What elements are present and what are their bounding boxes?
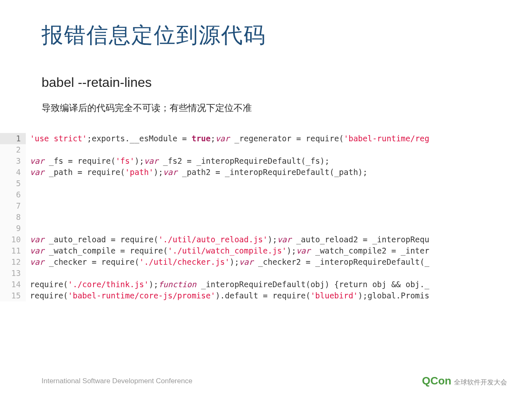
- line-number: 8: [0, 212, 26, 223]
- footer-tagline: 全球软件开发大会: [454, 378, 507, 387]
- line-number: 3: [0, 155, 26, 167]
- code-text: var _checker = require('./util/checker.j…: [26, 256, 429, 268]
- code-text: [26, 223, 34, 234]
- code-line: 3var _fs = require('fs');var _fs2 = _int…: [0, 155, 532, 167]
- line-number: 13: [0, 268, 26, 279]
- code-block: 1'use strict';exports.__esModule = true;…: [0, 133, 532, 301]
- code-text: [26, 178, 34, 189]
- code-text: require('./core/think.js');function _int…: [26, 279, 429, 290]
- code-text: 'use strict';exports.__esModule = true;v…: [26, 133, 429, 144]
- slide-title: 报错信息定位到源代码: [0, 21, 532, 50]
- line-number: 10: [0, 234, 26, 245]
- qcon-logo: QCon: [422, 374, 451, 387]
- footer-conference-name: International Software Development Confe…: [42, 377, 192, 385]
- code-line: 13: [0, 268, 532, 279]
- line-number: 15: [0, 290, 26, 301]
- slide: 报错信息定位到源代码 babel --retain-lines 导致编译后的代码…: [0, 0, 532, 399]
- code-line: 9: [0, 223, 532, 234]
- code-line: 8: [0, 212, 532, 223]
- code-line: 14require('./core/think.js');function _i…: [0, 279, 532, 290]
- line-number: 9: [0, 223, 26, 234]
- code-line: 12var _checker = require('./util/checker…: [0, 256, 532, 268]
- slide-description: 导致编译后的代码完全不可读；有些情况下定位不准: [0, 102, 532, 114]
- code-text: var _fs = require('fs');var _fs2 = _inte…: [26, 155, 330, 167]
- code-line: 2: [0, 144, 532, 155]
- line-number: 2: [0, 144, 26, 155]
- footer: International Software Development Confe…: [42, 374, 507, 387]
- footer-logo-group: QCon 全球软件开发大会: [422, 374, 507, 387]
- code-text: [26, 268, 34, 279]
- code-text: var _path = require('path');var _path2 =…: [26, 167, 367, 178]
- code-line: 1'use strict';exports.__esModule = true;…: [0, 133, 532, 144]
- slide-subtitle: babel --retain-lines: [0, 75, 532, 90]
- code-text: require('babel-runtime/core-js/promise')…: [26, 290, 429, 301]
- line-number: 6: [0, 189, 26, 200]
- code-line: 7: [0, 200, 532, 212]
- code-line: 5: [0, 178, 532, 189]
- line-number: 1: [0, 133, 26, 144]
- code-text: [26, 189, 34, 200]
- code-line: 11var _watch_compile = require('./util/w…: [0, 245, 532, 256]
- line-number: 11: [0, 245, 26, 256]
- code-line: 15require('babel-runtime/core-js/promise…: [0, 290, 532, 301]
- code-line: 6: [0, 189, 532, 200]
- code-line: 10var _auto_reload = require('./util/aut…: [0, 234, 532, 245]
- line-number: 4: [0, 167, 26, 178]
- code-text: var _auto_reload = require('./util/auto_…: [26, 234, 429, 245]
- line-number: 14: [0, 279, 26, 290]
- line-number: 5: [0, 178, 26, 189]
- line-number: 7: [0, 200, 26, 212]
- line-number: 12: [0, 256, 26, 268]
- code-line: 4var _path = require('path');var _path2 …: [0, 167, 532, 178]
- code-text: [26, 212, 34, 223]
- code-text: var _watch_compile = require('./util/wat…: [26, 245, 429, 256]
- code-text: [26, 200, 34, 212]
- code-text: [26, 144, 34, 155]
